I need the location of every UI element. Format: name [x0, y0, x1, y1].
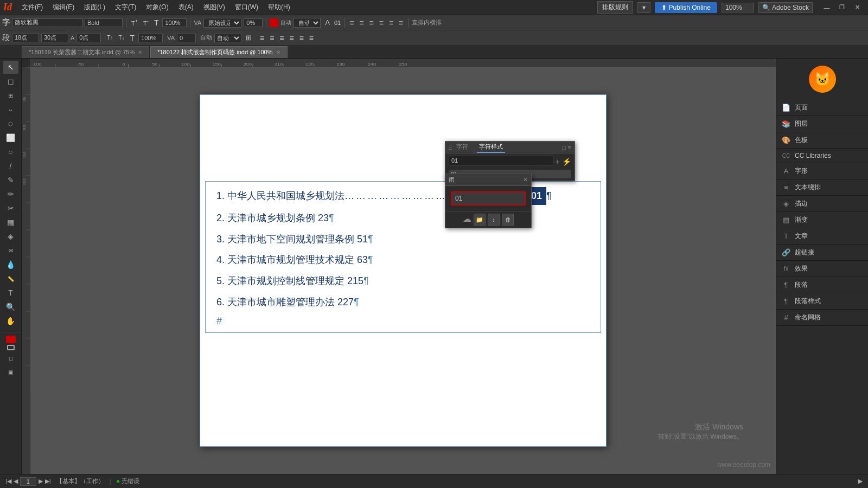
panel-item-glyphs[interactable]: A 字形 [776, 163, 868, 179]
scroll-right-btn[interactable]: ▶ [858, 478, 863, 485]
space-after-input[interactable] [41, 34, 68, 42]
para-align-right-icon[interactable]: ≡ [278, 34, 285, 42]
menu-item-layout[interactable]: 版面(L) [80, 2, 110, 13]
tool-line[interactable]: / [3, 159, 18, 172]
para-align-justify3-icon[interactable]: ≡ [308, 34, 315, 42]
style-box-01[interactable]: 01 [451, 191, 526, 206]
panel-item-paragraph[interactable]: ¶ 段落 [776, 277, 868, 293]
tool-eyedropper[interactable]: 💧 [3, 258, 18, 271]
first-page-btn[interactable]: |◀ [5, 478, 11, 485]
panel-item-effects[interactable]: fx 效果 [776, 261, 868, 277]
align-justify-all-icon[interactable]: ≡ [387, 18, 395, 27]
panel-tab-character-styles[interactable]: 字符样式 [477, 142, 505, 153]
tool-content-collector[interactable]: ⬡ [3, 117, 18, 130]
kerning-value-input[interactable] [244, 18, 263, 27]
tool-preview-mode[interactable]: ▣ [3, 365, 18, 378]
align-left-icon[interactable]: ≡ [348, 18, 355, 27]
panel-menu-icon[interactable]: ≡ [568, 144, 571, 151]
align-right-icon[interactable]: ≡ [368, 18, 375, 27]
para-align-justify2-icon[interactable]: ≡ [298, 34, 305, 42]
kerning-select[interactable]: 原始设定 [203, 18, 241, 28]
tool-measure[interactable]: 📏 [3, 272, 18, 285]
baseline-shift-input[interactable] [177, 34, 196, 42]
tool-page[interactable]: ⊞ [3, 89, 18, 102]
mode-button[interactable]: 排版规则 [597, 1, 633, 14]
font-size-decrease-icon[interactable]: T- [142, 18, 150, 27]
panel-item-stroke[interactable]: ◈ 描边 [776, 196, 868, 212]
menu-item-edit[interactable]: 编辑(E) [48, 2, 79, 13]
tool-gap[interactable]: ↔ [3, 103, 18, 116]
menu-item-object[interactable]: 对象(O) [142, 2, 173, 13]
menu-item-help[interactable]: 帮助(H) [264, 2, 295, 13]
menu-item-window[interactable]: 窗口(W) [231, 2, 263, 13]
panel-item-swatches[interactable]: 🎨 色板 [776, 132, 868, 149]
tool-type[interactable]: T [3, 286, 18, 299]
tool-gradient-feather[interactable]: ◈ [3, 230, 18, 243]
tool-select[interactable]: ↖ [3, 61, 18, 74]
style-lightning-icon[interactable]: ⚡ [562, 157, 571, 166]
font-name-input[interactable] [12, 18, 82, 27]
char-spacing-input[interactable] [76, 34, 101, 42]
auto-dropdown[interactable]: 自动 [214, 34, 241, 42]
fill-color-swatch[interactable] [6, 336, 16, 343]
tool-zoom[interactable]: 🔍 [3, 300, 18, 313]
tool-note[interactable]: ✉ [3, 244, 18, 257]
tool-normal-mode[interactable]: ◻ [3, 351, 18, 364]
mode-dropdown[interactable]: ▾ [637, 2, 650, 13]
panel-item-story[interactable]: T 文章 [776, 228, 868, 245]
tool-pencil[interactable]: ✏ [3, 188, 18, 201]
panel-item-named-grid[interactable]: # 命名网格 [776, 310, 868, 326]
tool-frame-ellipse[interactable]: ○ [3, 145, 18, 158]
doc-tab-1-close[interactable]: ✕ [138, 49, 142, 55]
panel2-sort-btn[interactable]: ↕ [488, 214, 500, 226]
text-frame[interactable]: 1. 中华人民共和国城乡规划法…………………………………………01¶ 2. 天津… [205, 181, 601, 333]
prev-page-btn[interactable]: ◀ [14, 478, 18, 485]
close-button[interactable]: ✕ [850, 0, 865, 15]
font-style-input[interactable] [85, 18, 123, 27]
tool-pen[interactable]: ✎ [3, 174, 18, 187]
horizontal-scale-input[interactable] [138, 34, 163, 42]
tool-gradient-swatch[interactable]: ▦ [3, 216, 18, 229]
style-add-icon[interactable]: + [556, 157, 560, 166]
panel2-folder-btn[interactable]: 📁 [474, 214, 486, 226]
stroke-color-swatch[interactable] [7, 345, 15, 350]
doc-tab-2[interactable]: *180122 样式嵌套制作页码签.indd @ 100% ✕ [150, 46, 287, 58]
doc-tab-1[interactable]: *180119 长荣震越二期文本.indd @ 75% ✕ [22, 46, 149, 58]
tool-frame-rect[interactable]: ⬜ [3, 131, 18, 144]
tool-scissors[interactable]: ✂ [3, 202, 18, 215]
panel-tab-character[interactable]: 字符 [454, 142, 470, 153]
align-center-icon[interactable]: ≡ [358, 18, 365, 27]
minimize-button[interactable]: — [819, 0, 834, 15]
menu-item-view[interactable]: 视图(V) [199, 2, 229, 13]
tool-hand[interactable]: ✋ [3, 314, 18, 328]
panel-minimize-icon[interactable]: □ [562, 144, 566, 151]
last-page-btn[interactable]: ▶| [45, 478, 51, 485]
panel-item-text-wrap[interactable]: ≡ 文本绕排 [776, 179, 868, 196]
page-number-input[interactable] [20, 477, 36, 486]
panel-item-pages[interactable]: 📄 页面 [776, 100, 868, 116]
line-height-input[interactable] [12, 34, 39, 42]
style-search-input[interactable] [449, 156, 553, 165]
maximize-button[interactable]: ❐ [834, 0, 850, 15]
panel-item-hyperlinks[interactable]: 🔗 超链接 [776, 245, 868, 261]
para-align-justify-icon[interactable]: ≡ [288, 34, 296, 42]
panel2-close-btn[interactable]: ✕ [523, 176, 528, 183]
auto-leading-dropdown[interactable]: 自动 [293, 18, 321, 28]
next-page-btn[interactable]: ▶ [39, 478, 43, 485]
align-justify-right-icon[interactable]: ≡ [397, 18, 405, 27]
panel-item-paragraph-styles[interactable]: ¶ 段落样式 [776, 293, 868, 310]
font-size-input[interactable] [162, 18, 187, 27]
para-align-center-icon[interactable]: ≡ [268, 34, 276, 42]
page-canvas[interactable]: 1. 中华人民共和国城乡规划法…………………………………………01¶ 2. 天津… [30, 67, 776, 474]
align-justify-icon[interactable]: ≡ [378, 18, 385, 27]
menu-item-table[interactable]: 表(A) [174, 2, 198, 13]
panel-item-cc-libraries[interactable]: CC CC Libraries [776, 149, 868, 163]
zoom-input[interactable] [722, 3, 754, 12]
panel-item-gradient[interactable]: ▦ 渐变 [776, 212, 868, 228]
para-align-left-icon[interactable]: ≡ [258, 34, 266, 42]
panel2-trash-btn[interactable]: 🗑 [502, 214, 514, 226]
publish-online-button[interactable]: ⬆ Publish Online [655, 2, 717, 13]
adobe-stock[interactable]: 🔍 Adobe Stock [758, 2, 813, 13]
font-size-increase-icon[interactable]: T+ [130, 18, 139, 27]
menu-item-text[interactable]: 文字(T) [111, 2, 141, 13]
